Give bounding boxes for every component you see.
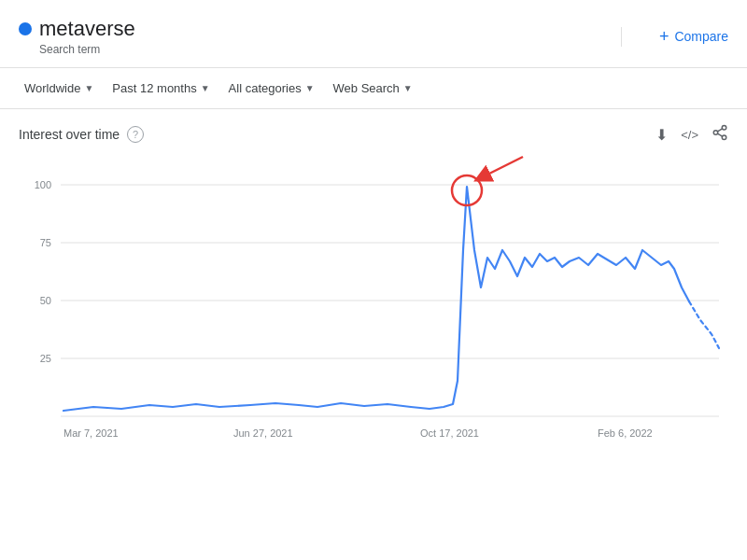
filter-past12months-chevron: ▼ [201, 83, 210, 93]
svg-text:75: 75 [40, 237, 51, 248]
chart-title: Interest over time [19, 127, 120, 142]
filter-worldwide-chevron: ▼ [84, 83, 93, 93]
search-term-block: metaverse Search term [19, 17, 135, 56]
filter-allcategories-chevron: ▼ [305, 83, 315, 93]
filter-allcategories[interactable]: All categories ▼ [223, 77, 320, 99]
compare-plus-icon: + [659, 27, 669, 47]
chart-header: Interest over time ? ⬇ </> [19, 124, 728, 145]
svg-text:100: 100 [35, 179, 51, 190]
embed-icon[interactable]: </> [681, 128, 698, 142]
filter-worldwide-label: Worldwide [24, 81, 80, 95]
svg-line-4 [717, 129, 722, 132]
filter-websearch-label: Web Search [333, 81, 400, 95]
filter-past12months[interactable]: Past 12 months ▼ [106, 77, 215, 99]
svg-text:Feb 6, 2022: Feb 6, 2022 [598, 427, 653, 439]
svg-text:25: 25 [40, 353, 51, 364]
search-term-name: metaverse [39, 17, 135, 41]
search-term-dot [19, 22, 32, 35]
filter-websearch-chevron: ▼ [403, 83, 413, 93]
svg-text:Jun 27, 2021: Jun 27, 2021 [233, 427, 293, 439]
annotation-arrow-line [482, 157, 523, 177]
header: metaverse Search term + Compare [0, 0, 747, 68]
search-term-type: Search term [39, 43, 135, 56]
svg-text:Oct 17, 2021: Oct 17, 2021 [420, 427, 479, 439]
svg-text:Mar 7, 2021: Mar 7, 2021 [63, 427, 119, 439]
help-icon[interactable]: ? [127, 126, 144, 143]
filter-past12months-label: Past 12 months [112, 81, 196, 95]
chart-actions: ⬇ </> [655, 124, 728, 145]
compare-button[interactable]: + Compare [621, 27, 728, 47]
chart-container: 100 75 50 25 Mar 7, 2021 Jun 27, 2021 Oc… [19, 152, 728, 497]
filter-worldwide[interactable]: Worldwide ▼ [19, 77, 99, 99]
svg-line-3 [717, 133, 722, 136]
trend-line [63, 187, 689, 411]
filters-bar: Worldwide ▼ Past 12 months ▼ All categor… [0, 68, 747, 109]
filter-websearch[interactable]: Web Search ▼ [328, 77, 418, 99]
download-icon[interactable]: ⬇ [655, 126, 668, 144]
filter-allcategories-label: All categories [229, 81, 302, 95]
trend-line-dotted [689, 301, 719, 348]
svg-text:50: 50 [40, 295, 51, 306]
chart-svg: 100 75 50 25 Mar 7, 2021 Jun 27, 2021 Oc… [19, 152, 728, 497]
chart-section: Interest over time ? ⬇ </> 100 75 [0, 109, 747, 497]
share-icon[interactable] [712, 124, 728, 145]
compare-label: Compare [674, 29, 728, 44]
